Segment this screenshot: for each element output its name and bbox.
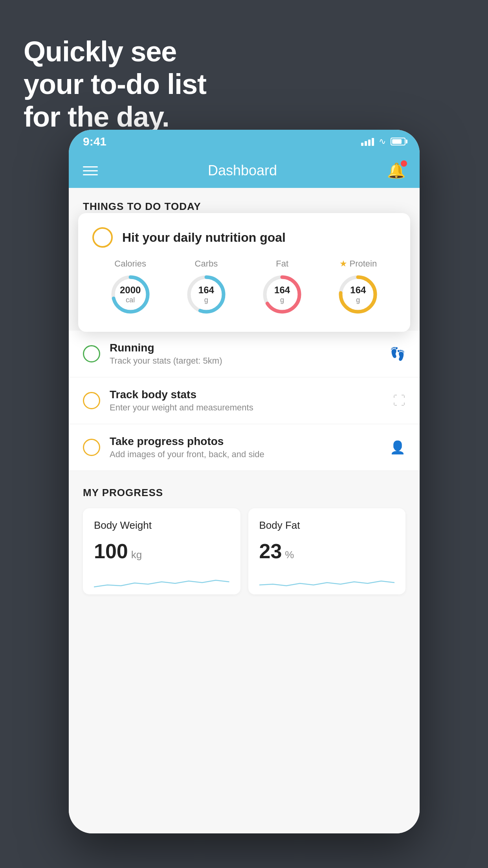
donut-val-calories: 2000 — [120, 285, 141, 296]
todo-text-running: Running Track your stats (target: 5km) — [110, 342, 380, 366]
signal-icon — [361, 137, 374, 146]
progress-card-fat[interactable]: Body Fat 23 % — [248, 508, 406, 594]
nutrition-stats: Calories 2000 cal Carbs — [92, 259, 396, 316]
headline-line3: for the day. — [24, 101, 206, 133]
donut-val-carbs: 164 — [198, 285, 214, 296]
todo-name-photos: Take progress photos — [110, 435, 380, 448]
donut-calories: 2000 cal — [109, 273, 152, 316]
status-time: 9:41 — [83, 135, 106, 148]
header-title: Dashboard — [208, 162, 277, 179]
battery-icon — [391, 138, 405, 145]
todo-item-running[interactable]: Running Track your stats (target: 5km) 👣 — [69, 331, 420, 377]
progress-section: MY PROGRESS Body Weight 100 kg Body Fat — [69, 471, 420, 602]
todo-name-running: Running — [110, 342, 380, 354]
todo-circle-photos — [83, 439, 100, 456]
featured-card: Hit your daily nutrition goal Calories 2… — [78, 213, 410, 332]
donut-carbs: 164 g — [185, 273, 228, 316]
stat-calories: Calories 2000 cal — [109, 259, 152, 316]
stat-label-carbs: Carbs — [195, 259, 218, 269]
donut-val-fat: 164 — [274, 285, 290, 296]
progress-value-weight: 100 — [94, 539, 128, 563]
star-icon: ★ — [339, 259, 347, 269]
status-icons: ∿ — [361, 136, 405, 147]
stat-protein: ★ Protein 164 g — [336, 259, 380, 316]
status-bar: 9:41 ∿ — [69, 130, 420, 153]
notification-button[interactable]: 🔔 — [387, 162, 405, 179]
progress-unit-weight: kg — [131, 549, 142, 561]
todo-circle-running — [83, 345, 100, 362]
todo-item-photos[interactable]: Take progress photos Add images of your … — [69, 424, 420, 471]
headline: Quickly see your to-do list for the day. — [24, 35, 206, 133]
todo-desc-running: Track your stats (target: 5km) — [110, 356, 380, 366]
progress-unit-fat: % — [285, 549, 294, 561]
todo-text-bodystats: Track body stats Enter your weight and m… — [110, 388, 383, 413]
shoe-icon: 👣 — [390, 346, 405, 361]
progress-card-title-weight: Body Weight — [94, 519, 229, 531]
donut-fat: 164 g — [261, 273, 304, 316]
featured-card-header: Hit your daily nutrition goal — [92, 227, 396, 248]
stat-carbs: Carbs 164 g — [185, 259, 228, 316]
featured-title: Hit your daily nutrition goal — [122, 230, 286, 245]
things-section-title: THINGS TO DO TODAY — [83, 200, 201, 212]
todo-circle-bodystats — [83, 392, 100, 409]
todo-item-bodystats[interactable]: Track body stats Enter your weight and m… — [69, 377, 420, 424]
notification-badge — [401, 160, 407, 167]
todo-list: Running Track your stats (target: 5km) 👣… — [69, 331, 420, 471]
app-content: THINGS TO DO TODAY Hit your daily nutrit… — [69, 188, 420, 833]
stat-label-fat: Fat — [276, 259, 288, 269]
phone-frame: 9:41 ∿ Dashboard 🔔 THINGS TO DO TODAY — [69, 130, 420, 833]
wifi-icon: ∿ — [379, 136, 386, 147]
progress-value-fat: 23 — [259, 539, 282, 563]
headline-line1: Quickly see — [24, 35, 206, 68]
progress-cards: Body Weight 100 kg Body Fat 23 % — [83, 508, 405, 594]
stat-label-protein: ★ Protein — [339, 259, 377, 269]
progress-title: MY PROGRESS — [83, 487, 405, 499]
progress-value-wrap-weight: 100 kg — [94, 539, 229, 563]
featured-check-circle[interactable] — [92, 227, 113, 248]
todo-desc-photos: Add images of your front, back, and side — [110, 449, 380, 460]
stat-label-calories: Calories — [114, 259, 146, 269]
person-icon: 👤 — [390, 440, 405, 455]
stat-fat: Fat 164 g — [261, 259, 304, 316]
fat-wave-chart — [259, 569, 395, 593]
app-header: Dashboard 🔔 — [69, 153, 420, 188]
menu-button[interactable] — [83, 166, 98, 175]
todo-desc-bodystats: Enter your weight and measurements — [110, 403, 383, 413]
scale-icon: ⛶ — [393, 394, 405, 408]
progress-value-wrap-fat: 23 % — [259, 539, 395, 563]
progress-card-title-fat: Body Fat — [259, 519, 395, 531]
headline-line2: your to-do list — [24, 68, 206, 101]
donut-val-protein: 164 — [350, 285, 366, 296]
donut-protein: 164 g — [336, 273, 380, 316]
todo-name-bodystats: Track body stats — [110, 388, 383, 401]
progress-card-weight[interactable]: Body Weight 100 kg — [83, 508, 240, 594]
todo-text-photos: Take progress photos Add images of your … — [110, 435, 380, 460]
weight-wave-chart — [94, 569, 229, 593]
